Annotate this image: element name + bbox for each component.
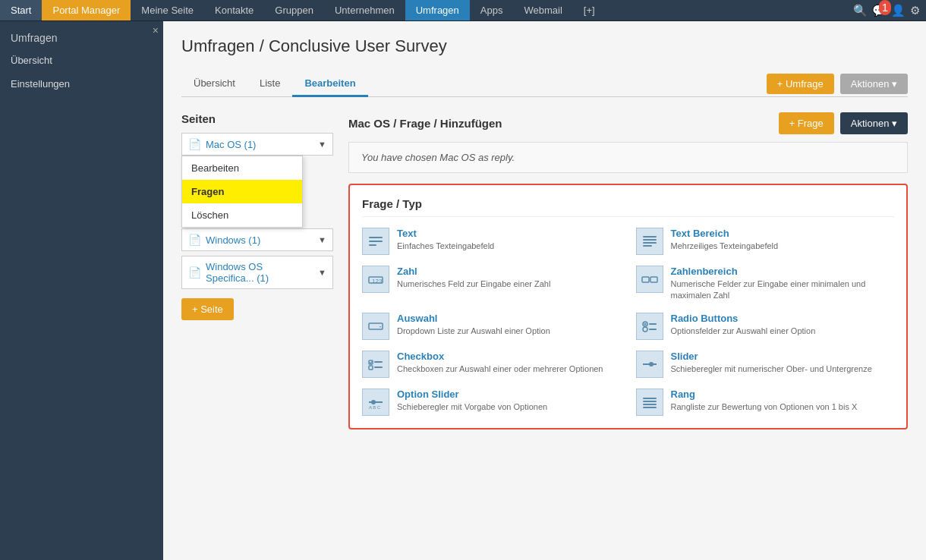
- nav-item-kontakte[interactable]: Kontakte: [204, 0, 264, 20]
- qtype-radio-info: Radio Buttons Optionsfelder zur Auswahl …: [671, 313, 816, 337]
- svg-rect-0: [369, 237, 383, 238]
- add-seite-button[interactable]: + Seite: [181, 298, 234, 320]
- sidebar-item-einstellungen[interactable]: Einstellungen: [0, 72, 163, 96]
- nav-item-plus[interactable]: [+]: [573, 0, 606, 20]
- qtype-rang-icon: [636, 389, 663, 416]
- svg-rect-27: [643, 401, 657, 402]
- svg-rect-28: [643, 404, 657, 405]
- dropdown-bearbeiten[interactable]: Bearbeiten: [182, 156, 302, 180]
- aktionen-button-right[interactable]: Aktionen ▾: [840, 112, 908, 134]
- qtype-option-slider-icon: A B C: [362, 389, 389, 416]
- qtype-auswahl-icon: [362, 313, 389, 340]
- search-icon[interactable]: 🔍: [853, 4, 868, 17]
- svg-rect-10: [650, 277, 657, 282]
- qtype-text-info: Text Einfaches Texteingabefeld: [397, 228, 494, 252]
- nav-item-start[interactable]: Start: [0, 0, 42, 20]
- nav-item-umfragen[interactable]: Umfragen: [405, 0, 470, 20]
- qtype-zahl[interactable]: 123 Zahl Numerisches Feld zur Eingabe ei…: [362, 266, 621, 302]
- svg-rect-5: [643, 242, 657, 244]
- tabs-actions: + Umfrage Aktionen ▾: [767, 74, 908, 94]
- qtype-text-bereich[interactable]: Text Bereich Mehrzeiliges Texteingabefel…: [636, 228, 895, 255]
- sidebar-close-button[interactable]: ×: [153, 24, 159, 36]
- nav-item-unternehmen[interactable]: Unternehmen: [324, 0, 405, 20]
- page-doc-icon: 📄: [188, 138, 201, 150]
- page-windows-button[interactable]: 📄 Windows (1) ▼: [181, 228, 333, 251]
- chevron-down-icon-3: ▼: [318, 268, 326, 277]
- qtype-zahl-name: Zahl: [397, 266, 550, 277]
- page-mac-os-button[interactable]: 📄 Mac OS (1) ▼: [181, 133, 333, 156]
- tab-ubersicht[interactable]: Übersicht: [181, 71, 247, 97]
- nav-right-icons: 🔍 💬1 👤 ⚙: [853, 0, 926, 20]
- add-umfrage-button[interactable]: + Umfrage: [767, 74, 834, 94]
- page-mac-os-label: Mac OS (1): [206, 139, 313, 150]
- qtype-slider-icon: [636, 351, 663, 378]
- aktionen-button-tabs[interactable]: Aktionen ▾: [840, 74, 908, 94]
- svg-rect-18: [374, 361, 383, 363]
- svg-text:123: 123: [372, 278, 383, 285]
- nav-item-webmail[interactable]: Webmail: [513, 0, 572, 20]
- chevron-down-icon-2: ▼: [318, 235, 326, 244]
- page-doc-icon-2: 📄: [188, 234, 201, 246]
- qtype-slider-desc: Schieberegler mit numerischer Ober- und …: [671, 363, 872, 375]
- layout: × Umfragen Übersicht Einstellungen Umfra…: [0, 21, 926, 560]
- notifications-icon[interactable]: 💬1: [872, 4, 887, 17]
- qtype-auswahl-name: Auswahl: [397, 313, 550, 324]
- svg-rect-26: [643, 398, 657, 399]
- qtype-option-slider[interactable]: A B C Option Slider Schieberegler mit Vo…: [362, 389, 621, 416]
- page-windows-os-button[interactable]: 📄 Windows OS Specifica... (1) ▼: [181, 256, 333, 289]
- page-mac-os-wrapper: 📄 Mac OS (1) ▼ Bearbeiten Fragen Löschen: [181, 133, 333, 156]
- qtype-rang[interactable]: Rang Rangliste zur Bewertung von Optione…: [636, 389, 895, 416]
- settings-icon[interactable]: ⚙: [910, 4, 920, 17]
- dropdown-loschen[interactable]: Löschen: [182, 203, 302, 227]
- qtype-slider[interactable]: Slider Schieberegler mit numerischer Obe…: [636, 351, 895, 378]
- chevron-down-icon: ▼: [318, 140, 326, 149]
- tab-liste[interactable]: Liste: [247, 71, 292, 97]
- svg-rect-6: [643, 245, 652, 247]
- qtype-slider-info: Slider Schieberegler mit numerischer Obe…: [671, 351, 872, 375]
- right-panel: Mac OS / Frage / Hinzufügen + Frage Akti…: [348, 112, 908, 429]
- add-frage-button[interactable]: + Frage: [779, 112, 834, 134]
- right-actions: + Frage Aktionen ▾: [779, 112, 908, 134]
- qtype-rang-desc: Rangliste zur Bewertung von Optionen von…: [671, 401, 858, 413]
- qtype-option-slider-name: Option Slider: [397, 389, 547, 400]
- qtype-checkbox-desc: Checkboxen zur Auswahl einer oder mehrer…: [397, 363, 603, 375]
- qtype-checkbox[interactable]: Checkbox Checkboxen zur Auswahl einer od…: [362, 351, 621, 378]
- tab-bearbeiten[interactable]: Bearbeiten: [292, 71, 367, 97]
- qtype-option-slider-info: Option Slider Schieberegler mit Vorgabe …: [397, 389, 547, 413]
- qtype-zahlenbereich-name: Zahlenbereich: [671, 266, 895, 277]
- dropdown-fragen[interactable]: Fragen: [182, 180, 302, 203]
- nav-item-gruppen[interactable]: Gruppen: [264, 0, 324, 20]
- top-nav: Start Portal Manager Meine Seite Kontakt…: [0, 0, 926, 21]
- seiten-panel: Seiten 📄 Mac OS (1) ▼ Bearbeiten Fragen …: [181, 112, 333, 320]
- nav-item-apps[interactable]: Apps: [470, 0, 514, 20]
- qtype-zahlenbereich-desc: Numerische Felder zur Eingabe einer mini…: [671, 278, 895, 302]
- qtype-auswahl[interactable]: Auswahl Dropdown Liste zur Auswahl einer…: [362, 313, 621, 340]
- svg-text:A B C: A B C: [369, 405, 381, 410]
- svg-rect-9: [642, 277, 649, 282]
- qtype-checkbox-name: Checkbox: [397, 351, 603, 362]
- qtype-auswahl-info: Auswahl Dropdown Liste zur Auswahl einer…: [397, 313, 550, 337]
- qtype-text[interactable]: Text Einfaches Texteingabefeld: [362, 228, 621, 255]
- right-breadcrumb: Mac OS / Frage / Hinzufügen: [348, 117, 502, 130]
- page-doc-icon-3: 📄: [188, 266, 201, 278]
- qtype-zahl-info: Zahl Numerisches Feld zur Eingabe einer …: [397, 266, 550, 290]
- nav-item-portal-manager[interactable]: Portal Manager: [42, 0, 131, 20]
- page-windows-wrapper: 📄 Windows (1) ▼: [181, 228, 333, 251]
- svg-point-24: [371, 400, 376, 404]
- nav-item-meine-seite[interactable]: Meine Seite: [131, 0, 204, 20]
- svg-point-13: [644, 322, 646, 325]
- qtype-radio[interactable]: Radio Buttons Optionsfelder zur Auswahl …: [636, 313, 895, 340]
- qtype-zahlenbereich[interactable]: Zahlenbereich Numerische Felder zur Eing…: [636, 266, 895, 302]
- right-header: Mac OS / Frage / Hinzufügen + Frage Akti…: [348, 112, 908, 134]
- qtype-radio-icon: [636, 313, 663, 340]
- content-area: Seiten 📄 Mac OS (1) ▼ Bearbeiten Fragen …: [181, 112, 908, 429]
- qtype-radio-name: Radio Buttons: [671, 313, 816, 324]
- user-icon[interactable]: 👤: [891, 4, 906, 17]
- qtype-text-icon: [362, 228, 389, 255]
- page-windows-os-label: Windows OS Specifica... (1): [206, 261, 313, 284]
- page-windows-os-wrapper: 📄 Windows OS Specifica... (1) ▼: [181, 256, 333, 289]
- qtype-text-bereich-info: Text Bereich Mehrzeiliges Texteingabefel…: [671, 228, 779, 252]
- qtype-zahl-icon: 123: [362, 266, 389, 293]
- sidebar-item-ubersicht[interactable]: Übersicht: [0, 49, 163, 72]
- qtype-checkbox-icon: [362, 351, 389, 378]
